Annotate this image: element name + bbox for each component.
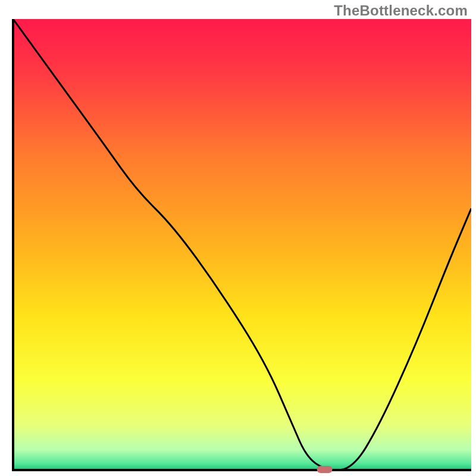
chart-stage: TheBottleneck.com: [0, 0, 476, 476]
current-config-marker: [317, 466, 333, 473]
bottleneck-chart: [0, 0, 476, 476]
plot-background: [13, 19, 471, 470]
